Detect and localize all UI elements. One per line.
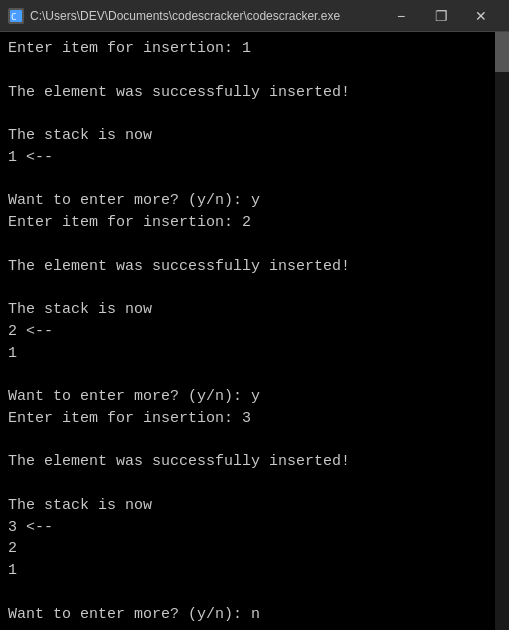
title-bar: C C:\Users\DEV\Documents\codescracker\co… <box>0 0 509 32</box>
scrollbar-thumb[interactable] <box>495 32 509 72</box>
title-bar-left: C C:\Users\DEV\Documents\codescracker\co… <box>8 8 340 24</box>
minimize-button[interactable]: − <box>381 0 421 32</box>
window-title: C:\Users\DEV\Documents\codescracker\code… <box>30 9 340 23</box>
scrollbar[interactable] <box>495 32 509 630</box>
terminal-text: Enter item for insertion: 1 The element … <box>8 38 501 630</box>
terminal-output: Enter item for insertion: 1 The element … <box>0 32 509 630</box>
window: C C:\Users\DEV\Documents\codescracker\co… <box>0 0 509 630</box>
restore-button[interactable]: ❐ <box>421 0 461 32</box>
svg-text:C: C <box>11 12 16 22</box>
app-icon: C <box>8 8 24 24</box>
close-button[interactable]: ✕ <box>461 0 501 32</box>
window-controls: − ❐ ✕ <box>381 0 501 32</box>
